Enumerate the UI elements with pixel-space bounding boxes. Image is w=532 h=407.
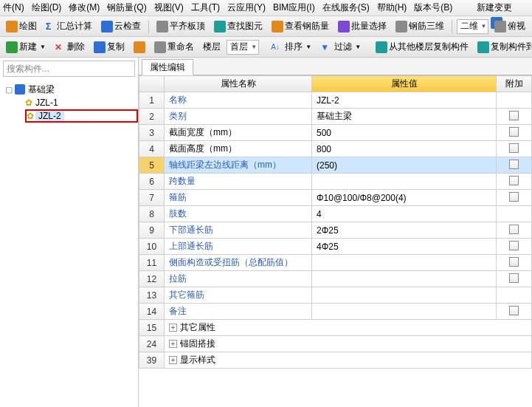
property-value[interactable]: 基础主梁 <box>312 109 497 125</box>
expand-icon[interactable]: + <box>169 356 177 364</box>
checkbox-icon[interactable] <box>509 306 519 315</box>
property-value[interactable]: JZL-2 <box>312 92 497 109</box>
property-row[interactable]: 3截面宽度（mm）500 <box>139 125 532 141</box>
copy-to-floor-button[interactable]: 复制构件到其他楼层 <box>474 39 532 55</box>
extra-checkbox-cell[interactable] <box>497 109 532 125</box>
property-group-name[interactable]: +其它属性 <box>165 320 532 336</box>
menu-view[interactable]: 视图(V) <box>154 1 184 14</box>
extra-checkbox-cell[interactable] <box>497 92 532 109</box>
property-row[interactable]: 2类别基础主梁 <box>139 109 532 125</box>
menu-cloud[interactable]: 云应用(Y) <box>227 1 266 14</box>
extra-checkbox-cell[interactable] <box>497 304 532 320</box>
property-row[interactable]: 11侧面构造或受扭筋（总配筋值） <box>139 255 532 271</box>
extra-checkbox-cell[interactable] <box>497 206 532 222</box>
property-value[interactable]: 4 <box>312 206 497 222</box>
rebar-3d-button[interactable]: 钢筋三维 <box>393 18 447 34</box>
property-row[interactable]: 14备注 <box>139 304 532 320</box>
floor-dropdown[interactable]: 首层▼ <box>227 40 259 55</box>
property-row[interactable]: 4截面高度（mm）800 <box>139 141 532 157</box>
property-row[interactable]: 7箍筋Φ10@100/Φ8@200(4) <box>139 190 532 206</box>
property-value[interactable] <box>312 255 497 271</box>
property-group-name[interactable]: +锚固搭接 <box>165 336 532 352</box>
property-row[interactable]: 13其它箍筋 <box>139 287 532 304</box>
search-input[interactable]: 搜索构件... <box>3 61 135 77</box>
extra-checkbox-cell[interactable] <box>497 141 532 157</box>
property-value[interactable]: 4Φ25 <box>312 239 497 255</box>
menu-online[interactable]: 在线服务(S) <box>322 1 370 14</box>
extra-checkbox-cell[interactable] <box>497 239 532 255</box>
menu-modify[interactable]: 修改(M) <box>69 1 100 14</box>
property-row[interactable]: 1名称JZL-2 <box>139 92 532 109</box>
tree-item-jzl-2[interactable]: ✿ JZL-2 <box>25 109 138 123</box>
extra-checkbox-cell[interactable] <box>497 125 532 141</box>
checkbox-icon[interactable] <box>509 192 519 202</box>
paste-icon-button[interactable] <box>131 40 148 55</box>
copy-button[interactable]: 复制 <box>91 39 128 55</box>
menu-rebar[interactable]: 钢筋量(Q) <box>107 1 146 14</box>
view-rebar-button[interactable]: 查看钢筋量 <box>269 18 332 34</box>
cloud-check-button[interactable]: 云检查 <box>98 18 144 34</box>
property-group-row[interactable]: 24+锚固搭接 <box>139 336 532 352</box>
view-2d-dropdown[interactable]: 二维▼ <box>457 19 489 34</box>
checkbox-icon[interactable] <box>509 111 519 120</box>
menu-file[interactable]: 件(N) <box>3 1 24 14</box>
new-change-button[interactable]: 新建变更 <box>477 1 512 14</box>
property-group-name[interactable]: +显示样式 <box>165 352 532 369</box>
checkbox-icon[interactable] <box>509 257 519 267</box>
tree-item-jzl-1[interactable]: ✿ JZL-1 <box>25 96 138 109</box>
collapse-icon[interactable]: ▢ <box>4 85 13 95</box>
property-row[interactable]: 12拉筋 <box>139 271 532 287</box>
copy-from-floor-button[interactable]: 从其他楼层复制构件 <box>373 39 471 55</box>
property-row[interactable]: 5轴线距梁左边线距离（mm）(250) <box>139 157 532 174</box>
checkbox-icon[interactable] <box>509 127 519 137</box>
checkbox-icon[interactable] <box>509 143 519 153</box>
sum-calc-button[interactable]: Σ 汇总计算 <box>43 18 95 34</box>
property-row[interactable]: 10上部通长筋4Φ25 <box>139 239 532 255</box>
checkbox-icon[interactable] <box>509 241 519 250</box>
batch-select-button[interactable]: 批量选择 <box>335 18 390 34</box>
extra-checkbox-cell[interactable] <box>497 255 532 271</box>
level-slab-button[interactable]: 平齐板顶 <box>153 18 208 34</box>
menu-bim[interactable]: BIM应用(I) <box>273 1 315 14</box>
birdview-button[interactable]: 俯视 <box>491 18 528 34</box>
property-value[interactable] <box>312 174 497 190</box>
checkbox-icon[interactable] <box>509 176 519 185</box>
find-element-button[interactable]: 查找图元 <box>211 18 266 34</box>
property-value[interactable] <box>312 304 497 320</box>
extra-checkbox-cell[interactable] <box>497 287 532 304</box>
menu-draw[interactable]: 绘图(D) <box>32 1 62 14</box>
property-value[interactable]: 500 <box>312 125 497 141</box>
property-group-row[interactable]: 39+显示样式 <box>139 352 532 369</box>
property-row[interactable]: 9下部通长筋2Φ25 <box>139 222 532 239</box>
menu-tools[interactable]: 工具(T) <box>191 1 220 14</box>
sort-button[interactable]: A↓ 排序▼ <box>268 39 314 55</box>
draw-button[interactable]: 绘图 <box>3 18 40 34</box>
extra-checkbox-cell[interactable] <box>497 222 532 239</box>
menu-version[interactable]: 版本号(B) <box>414 1 452 14</box>
menu-help[interactable]: 帮助(H) <box>377 1 407 14</box>
delete-button[interactable]: ✕ 删除 <box>52 39 88 55</box>
new-component-button[interactable]: 新建▼ <box>3 39 49 55</box>
filter-button[interactable]: ▼ 过滤▼ <box>317 39 364 55</box>
tab-property-edit[interactable]: 属性编辑 <box>142 59 193 75</box>
expand-icon[interactable]: + <box>169 340 177 348</box>
property-value[interactable] <box>312 271 497 287</box>
property-value[interactable]: 800 <box>312 141 497 157</box>
tree-root-foundation-beam[interactable]: ▢ 基础梁 <box>4 83 138 96</box>
property-value[interactable]: (250) <box>312 157 497 174</box>
property-row[interactable]: 6跨数量 <box>139 174 532 190</box>
extra-checkbox-cell[interactable] <box>497 271 532 287</box>
checkbox-icon[interactable] <box>509 160 519 169</box>
extra-checkbox-cell[interactable] <box>497 190 532 206</box>
rename-button[interactable]: 重命名 <box>151 39 197 55</box>
property-value[interactable]: Φ10@100/Φ8@200(4) <box>312 190 497 206</box>
property-value[interactable]: 2Φ25 <box>312 222 497 239</box>
checkbox-icon[interactable] <box>509 273 519 283</box>
extra-checkbox-cell[interactable] <box>497 157 532 174</box>
extra-checkbox-cell[interactable] <box>497 174 532 190</box>
property-value[interactable] <box>312 287 497 304</box>
property-row[interactable]: 8肢数4 <box>139 206 532 222</box>
property-group-row[interactable]: 15+其它属性 <box>139 320 532 336</box>
checkbox-icon[interactable] <box>509 225 519 234</box>
expand-icon[interactable]: + <box>169 324 177 332</box>
